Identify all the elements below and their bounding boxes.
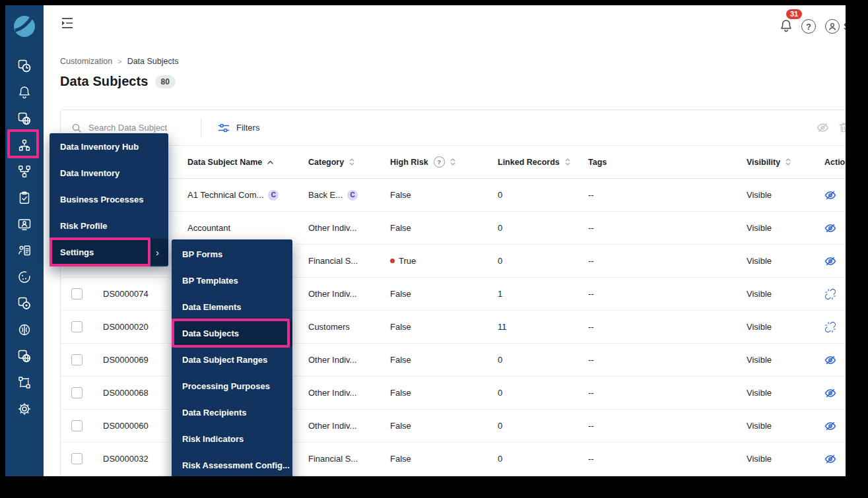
sidebar-item-cookies[interactable] — [17, 270, 32, 284]
user-menu-button[interactable] — [825, 19, 840, 34]
data-subject-id-cell: DS0000068 — [92, 388, 177, 398]
data-subject-name-cell: A1 Technical Com...C — [177, 190, 298, 201]
data-subject-id[interactable]: DS0000060 — [103, 421, 149, 431]
menu-item-label: Risk Indicators — [182, 434, 244, 444]
web-globe-icon — [17, 111, 32, 126]
high-risk-cell: False — [380, 223, 487, 233]
sidebar-item-notifications[interactable] — [17, 85, 32, 100]
help-button[interactable]: ? — [801, 19, 816, 34]
row-hide-button[interactable] — [824, 453, 836, 465]
sidebar-item-privacy[interactable] — [17, 217, 32, 232]
sidebar-item-assessments[interactable] — [17, 191, 32, 205]
submenu-item-data-subject-ranges[interactable]: Data Subject Ranges — [172, 346, 292, 373]
data-subject-id[interactable]: DS0000020 — [103, 322, 149, 332]
data-subject-name[interactable]: Accountant — [187, 223, 230, 233]
row-checkbox[interactable] — [71, 354, 83, 365]
filters-label: Filters — [236, 123, 259, 133]
linked-records-cell: 0 — [487, 355, 578, 365]
tags-value: -- — [588, 454, 594, 464]
brand-logo[interactable] — [13, 15, 36, 38]
row-hide-button[interactable] — [824, 354, 836, 366]
submenu-item-data-elements[interactable]: Data Elements — [172, 294, 292, 320]
submenu-item-bp-forms[interactable]: BP Forms — [172, 241, 292, 267]
row-checkbox[interactable] — [71, 420, 83, 431]
row-checkbox[interactable] — [71, 387, 83, 398]
high-risk-cell: False — [380, 289, 487, 299]
tags-cell: -- — [578, 223, 736, 233]
high-risk-cell: False — [380, 454, 487, 464]
filters-button[interactable]: Filters — [218, 122, 259, 134]
row-unlink-button[interactable] — [824, 321, 836, 333]
sidebar-item-integrations[interactable] — [17, 375, 32, 390]
data-subject-id-cell: DS0000032 — [92, 454, 177, 464]
sidebar-item-dashboard[interactable] — [17, 59, 32, 73]
actions-cell — [814, 420, 846, 432]
flyout-item-data-inventory-hub[interactable]: Data Inventory Hub — [50, 133, 168, 160]
row-checkbox[interactable] — [71, 453, 83, 464]
submenu-item-bp-templates[interactable]: BP Templates — [172, 267, 292, 294]
submenu-item-risk-indicators[interactable]: Risk Indicators — [172, 425, 292, 452]
sidebar-item-settings[interactable] — [17, 402, 32, 416]
row-hide-button[interactable] — [824, 189, 836, 201]
nav-flyout-menu: Data Inventory HubData InventoryBusiness… — [50, 133, 168, 266]
row-checkbox[interactable] — [71, 321, 83, 332]
row-unlink-button[interactable] — [824, 288, 836, 300]
sidebar-item-workflow[interactable] — [17, 164, 32, 179]
data-subject-id[interactable]: DS0000032 — [103, 454, 149, 464]
linked-records-value: 0 — [498, 454, 502, 464]
unlink-icon — [824, 288, 836, 300]
data-subject-name[interactable]: A1 Technical Com... — [187, 190, 263, 200]
high-risk-value: False — [390, 421, 411, 431]
header-category[interactable]: Category — [298, 158, 380, 167]
flyout-item-business-processes[interactable]: Business Processes — [50, 186, 168, 212]
header-visibility[interactable]: Visibility — [736, 158, 814, 167]
menu-item-label: Processing Purposes — [182, 381, 270, 391]
high-risk-value: False — [390, 322, 411, 332]
visibility-value: Visible — [747, 289, 772, 299]
row-hide-button[interactable] — [824, 387, 836, 399]
delete-selected-button[interactable] — [838, 121, 846, 134]
sidebar-item-data-discovery[interactable] — [17, 349, 32, 363]
breadcrumb-customization[interactable]: Customization — [60, 57, 112, 66]
sidebar-item-data-mapping[interactable] — [17, 138, 32, 152]
submenu-item-data-subjects[interactable]: Data Subjects — [172, 320, 292, 346]
high-risk-value: False — [390, 388, 411, 398]
category-cell: Customers — [298, 322, 380, 332]
category-value: Other Indiv... — [308, 289, 356, 299]
header-data-subject-name[interactable]: Data Subject Name — [177, 158, 298, 167]
data-subject-id[interactable]: DS0000074 — [103, 289, 149, 299]
high-risk-help-icon[interactable]: ? — [434, 156, 445, 168]
submenu-item-risk-assessment-config[interactable]: Risk Assessment Config... — [172, 452, 292, 476]
actions-cell — [814, 189, 846, 201]
header-linked-records[interactable]: Linked Records — [487, 158, 578, 167]
assessments-clipboard-icon — [17, 191, 32, 205]
flyout-item-risk-profile[interactable]: Risk Profile — [50, 212, 168, 239]
data-subject-id[interactable]: DS0000069 — [103, 355, 149, 365]
submenu-item-data-recipients[interactable]: Data Recipients — [172, 399, 292, 425]
visibility-value: Visible — [747, 322, 772, 332]
header-high-risk[interactable]: High Risk ? — [380, 156, 487, 168]
sidebar-item-web[interactable] — [17, 111, 32, 126]
row-hide-button[interactable] — [824, 255, 836, 267]
data-subject-id-cell: DS0000020 — [92, 322, 177, 332]
breadcrumb-current: Data Subjects — [127, 57, 179, 66]
notifications-button[interactable] — [779, 18, 793, 33]
hide-eye-slash-icon — [824, 387, 836, 399]
flyout-item-data-inventory[interactable]: Data Inventory — [50, 160, 168, 186]
sidebar-item-ai[interactable] — [17, 323, 32, 337]
row-hide-button[interactable] — [824, 222, 836, 234]
table-header-row: Data Subject Name Category High Risk ? L… — [61, 146, 846, 179]
row-hide-button[interactable] — [824, 420, 836, 432]
search-input[interactable] — [87, 122, 189, 133]
submenu-item-processing-purposes[interactable]: Processing Purposes — [172, 373, 292, 399]
actions-cell — [814, 387, 846, 399]
sidebar-item-targeting[interactable] — [17, 296, 32, 311]
linked-records-cell: 0 — [487, 256, 578, 266]
trash-icon — [838, 121, 846, 133]
flyout-item-settings[interactable]: Settings› — [50, 239, 168, 265]
sidebar-item-vendors[interactable] — [17, 243, 32, 258]
row-checkbox[interactable] — [71, 288, 83, 299]
data-subject-id[interactable]: DS0000068 — [103, 388, 149, 398]
hide-selected-button[interactable] — [817, 121, 829, 134]
menu-toggle-button[interactable] — [60, 17, 75, 29]
